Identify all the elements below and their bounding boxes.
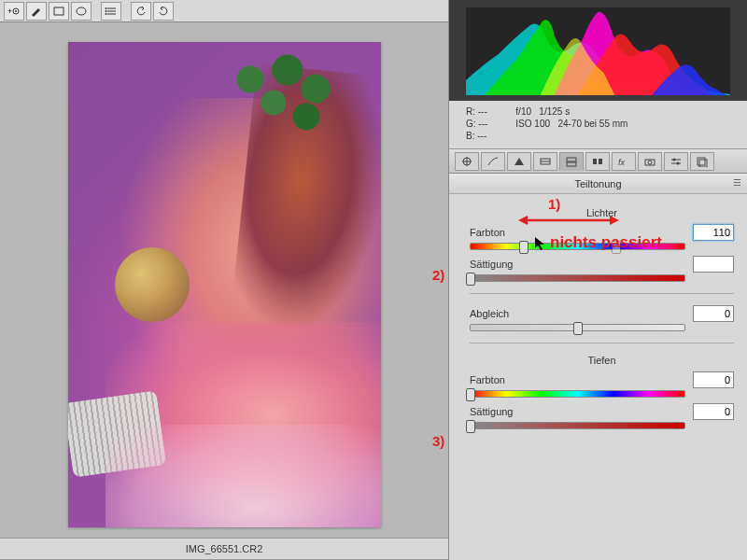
panel-title: Teiltonung — [574, 178, 621, 189]
tab-detail-icon[interactable] — [507, 152, 531, 171]
shadows-hue-row: Farbton — [470, 371, 734, 388]
balance-thumb[interactable] — [573, 322, 583, 335]
shadows-hue-label: Farbton — [470, 374, 526, 385]
svg-rect-19 — [599, 159, 602, 164]
svg-point-9 — [106, 10, 107, 12]
photo-info: R: --- G: --- B: --- f/10 1/125 s ISO 10… — [449, 101, 747, 149]
svg-text:fx: fx — [618, 158, 626, 167]
svg-text:+: + — [7, 7, 12, 16]
tab-basic-icon[interactable] — [455, 152, 479, 171]
panel-menu-icon[interactable]: ☰ — [733, 177, 741, 188]
highlights-hue-row: Farbton — [470, 224, 734, 241]
svg-point-22 — [648, 161, 652, 164]
shadows-sat-value[interactable] — [693, 403, 734, 420]
svg-point-2 — [15, 10, 17, 12]
svg-rect-18 — [593, 159, 597, 164]
tab-hsl-icon[interactable] — [533, 152, 557, 171]
filename-bar: IMG_66551.CR2 — [0, 538, 448, 560]
tool-ellipse[interactable] — [71, 2, 92, 21]
tool-brush[interactable] — [26, 2, 47, 21]
tab-presets-icon[interactable] — [690, 152, 714, 171]
tool-rect[interactable] — [49, 2, 69, 21]
highlights-sat-slider[interactable] — [470, 274, 685, 282]
svg-point-26 — [677, 161, 680, 164]
photo-viewport — [0, 22, 448, 538]
tab-lens-icon[interactable] — [585, 152, 610, 171]
panel-tab-strip: fx — [449, 149, 747, 174]
highlights-hue-thumb[interactable] — [519, 241, 529, 254]
photo-preview[interactable] — [68, 42, 381, 527]
panel-body: Lichter Farbton Sättigung — [449, 194, 747, 560]
highlights-section-title: Lichter — [470, 207, 734, 218]
shadows-section-title: Tiefen — [470, 355, 734, 366]
shadows-sat-slider[interactable] — [470, 422, 685, 429]
balance-value[interactable] — [693, 305, 734, 322]
highlights-sat-value[interactable] — [693, 256, 734, 273]
info-b: B: --- — [466, 131, 487, 141]
shadows-sat-row: Sättigung — [470, 403, 734, 420]
tab-fx-icon[interactable]: fx — [612, 152, 636, 171]
balance-label: Abgleich — [470, 308, 526, 319]
svg-rect-3 — [54, 7, 63, 15]
highlights-hue-value[interactable] — [693, 224, 734, 241]
svg-rect-17 — [567, 162, 576, 166]
svg-rect-28 — [699, 160, 707, 167]
shadows-hue-slider[interactable] — [470, 390, 685, 398]
highlights-sat-row: Sättigung — [470, 256, 734, 273]
info-g: G: --- — [466, 119, 487, 129]
shadows-hue-thumb[interactable] — [466, 388, 475, 401]
svg-point-25 — [673, 158, 676, 161]
tool-list[interactable] — [101, 2, 121, 21]
svg-point-8 — [106, 7, 107, 9]
info-iso-lens: ISO 100 24-70 bei 55 mm — [515, 119, 627, 129]
tool-rotate-cw[interactable] — [153, 2, 174, 21]
svg-point-10 — [106, 13, 107, 15]
top-toolbar: + — [0, 0, 448, 22]
svg-rect-27 — [698, 158, 705, 165]
balance-slider[interactable] — [470, 324, 685, 331]
shadows-sat-label: Sättigung — [470, 406, 526, 417]
tab-camera-icon[interactable] — [638, 152, 662, 171]
filename-text: IMG_66551.CR2 — [186, 543, 263, 554]
tool-eye[interactable]: + — [4, 2, 24, 21]
highlights-hue-slider[interactable] — [470, 243, 685, 250]
svg-rect-16 — [567, 158, 576, 161]
tab-splittone-icon[interactable] — [559, 152, 584, 171]
tool-rotate-ccw[interactable] — [131, 2, 151, 21]
histogram-area — [449, 0, 747, 101]
info-r: R: --- — [466, 106, 487, 117]
highlights-hue-label: Farbton — [470, 227, 526, 238]
tab-sliders-icon[interactable] — [664, 152, 688, 171]
preview-pane: + — [0, 0, 448, 560]
info-exposure: f/10 1/125 s — [515, 106, 627, 117]
histogram[interactable] — [466, 7, 730, 95]
balance-row: Abgleich — [470, 305, 734, 322]
highlights-sat-thumb[interactable] — [466, 273, 475, 286]
highlights-hue-thumb-ghost[interactable] — [612, 241, 621, 254]
shadows-sat-thumb[interactable] — [466, 420, 475, 433]
settings-pane: R: --- G: --- B: --- f/10 1/125 s ISO 10… — [448, 0, 747, 560]
svg-point-4 — [77, 7, 86, 15]
tab-curve-icon[interactable] — [481, 152, 505, 171]
panel-header: Teiltonung ☰ — [449, 174, 747, 194]
shadows-hue-value[interactable] — [693, 371, 734, 388]
highlights-sat-label: Sättigung — [470, 259, 526, 270]
